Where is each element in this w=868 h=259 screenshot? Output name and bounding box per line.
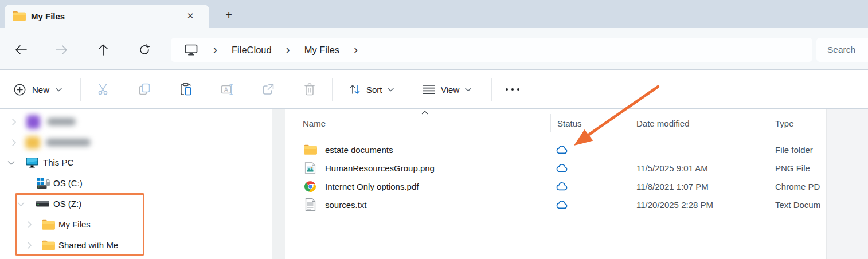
share-button[interactable]	[261, 83, 275, 96]
sidebar-item-os-z[interactable]: OS (Z:)	[0, 194, 269, 214]
tab-close-icon[interactable]: ✕	[184, 10, 197, 22]
cloud-status-icon	[556, 177, 569, 195]
file-explorer-window: My Files ✕ + › FileCloud › My Files	[0, 0, 868, 259]
file-name: HumanResourcesGroup.png	[325, 159, 435, 177]
sort-ascending-icon	[421, 110, 428, 115]
navigation-bar: › FileCloud › My Files › Search	[0, 28, 868, 70]
breadcrumb: › FileCloud › My Files ›	[171, 38, 812, 62]
column-header-date-modified[interactable]: Date modified	[636, 113, 690, 133]
cloud-status-icon	[556, 140, 569, 159]
file-list-pane: Name Status Date modified Type estate do…	[288, 109, 826, 259]
folder-icon	[41, 239, 56, 252]
column-divider[interactable]	[550, 114, 551, 132]
file-type: Text Docum	[775, 195, 826, 214]
chevron-down-icon	[17, 202, 25, 207]
sidebar-item-label: OS (C:)	[53, 178, 83, 188]
copy-icon	[138, 83, 151, 96]
column-header-status[interactable]: Status	[557, 113, 582, 133]
breadcrumb-item-filecloud[interactable]: FileCloud	[232, 45, 272, 56]
chevron-right-icon	[27, 221, 32, 229]
up-icon[interactable]	[96, 42, 111, 57]
monitor-icon	[25, 156, 39, 169]
toolbar-divider	[332, 78, 333, 101]
title-bar: My Files ✕ +	[0, 0, 868, 28]
command-bar: New A Sort View	[0, 70, 868, 109]
file-type: File folder	[775, 140, 826, 159]
breadcrumb-chevron-icon: ›	[354, 43, 358, 55]
toolbar-divider	[80, 78, 81, 101]
paste-icon	[179, 82, 193, 96]
chevron-right-icon	[11, 139, 17, 147]
folder-icon	[12, 10, 26, 22]
file-row[interactable]: estate documents File folder	[288, 140, 826, 159]
blurred-icon	[25, 136, 40, 149]
explorer-tab[interactable]: My Files ✕	[5, 5, 209, 28]
windows-drive-icon	[37, 177, 51, 190]
file-date: 11/20/2025 2:28 PM	[636, 195, 713, 214]
sort-button[interactable]: Sort	[345, 77, 397, 102]
search-placeholder: Search	[827, 45, 855, 55]
blurred-icon	[26, 115, 40, 129]
blurred-label	[47, 118, 76, 125]
rename-button[interactable]: A	[220, 83, 234, 96]
more-options-icon[interactable]	[506, 88, 519, 91]
toolbar-divider	[491, 78, 492, 101]
cut-button[interactable]	[97, 83, 111, 96]
chevron-down-icon	[465, 88, 471, 92]
file-name: Internet Only options.pdf	[325, 177, 419, 195]
share-icon	[261, 83, 275, 96]
paste-button[interactable]	[179, 82, 193, 96]
sidebar-item-label: OS (Z:)	[53, 199, 81, 209]
search-input[interactable]: Search	[816, 38, 868, 62]
delete-button[interactable]	[303, 83, 316, 96]
forward-icon[interactable]	[54, 42, 69, 57]
refresh-icon[interactable]	[137, 42, 152, 57]
sort-button-label: Sort	[366, 85, 382, 95]
chrome-file-icon	[304, 180, 316, 193]
file-row[interactable]: sources.txt 11/20/2025 2:28 PM Text Docu…	[288, 195, 826, 214]
column-divider[interactable]	[632, 114, 632, 132]
sidebar-item-my-files[interactable]: My Files	[0, 215, 269, 234]
sidebar-item-this-pc[interactable]: This PC	[0, 153, 269, 172]
folder-icon	[303, 143, 318, 156]
sidebar-item-label: My Files	[58, 219, 91, 229]
sort-icon	[349, 83, 361, 96]
sidebar-item-shared-with-me[interactable]: Shared with Me	[0, 236, 269, 255]
chevron-right-icon	[27, 241, 32, 249]
sidebar-item-label: Shared with Me	[58, 240, 118, 250]
column-divider[interactable]	[769, 114, 769, 132]
back-icon[interactable]	[13, 42, 28, 57]
new-tab-icon[interactable]: +	[222, 9, 235, 21]
file-row[interactable]: HumanResourcesGroup.png 11/5/2025 9:01 A…	[288, 159, 826, 177]
blurred-label	[46, 139, 91, 146]
chevron-right-icon	[11, 118, 17, 126]
breadcrumb-item-my-files[interactable]: My Files	[304, 45, 339, 56]
column-header-name[interactable]: Name	[303, 113, 326, 133]
plus-circle-icon	[14, 84, 26, 96]
sidebar-item-blurred-1[interactable]	[0, 112, 269, 132]
new-button-label: New	[32, 85, 49, 95]
sidebar-scrollbar[interactable]	[272, 109, 285, 259]
copy-button[interactable]	[138, 83, 151, 96]
sidebar-item-os-c[interactable]: OS (C:)	[0, 174, 269, 193]
new-button[interactable]: New	[9, 77, 67, 102]
navigation-pane: This PC OS (C:) OS (Z:)	[0, 109, 272, 259]
svg-text:A: A	[224, 87, 228, 93]
file-date: 11/8/2021 1:07 PM	[636, 177, 709, 195]
right-edge-panel	[826, 109, 868, 259]
breadcrumb-chevron-icon: ›	[213, 43, 217, 55]
file-row[interactable]: Internet Only options.pdf 11/8/2021 1:07…	[288, 177, 826, 195]
view-icon	[423, 84, 435, 95]
column-header-type[interactable]: Type	[775, 113, 794, 133]
chevron-down-icon	[7, 160, 15, 166]
chevron-down-icon	[388, 88, 394, 92]
cloud-status-icon	[556, 159, 569, 177]
view-button[interactable]: View	[419, 77, 475, 102]
sidebar-item-blurred-2[interactable]	[0, 133, 269, 152]
pane-divider	[287, 109, 287, 259]
monitor-icon[interactable]	[183, 43, 199, 57]
text-file-icon	[305, 198, 316, 211]
rename-icon: A	[220, 83, 234, 96]
sidebar-item-label: This PC	[43, 158, 73, 167]
cut-icon	[97, 83, 111, 96]
